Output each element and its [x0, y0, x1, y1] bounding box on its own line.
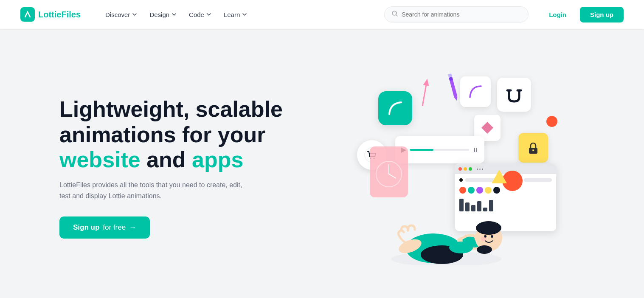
svg-marker-4 — [454, 96, 458, 101]
purple-pencil-icon — [447, 73, 461, 103]
progress-bar — [410, 149, 469, 151]
svg-point-14 — [532, 149, 534, 151]
navbar: LottieFiles Discover Design Code Learn — [0, 0, 644, 29]
yellow-lock-card — [518, 133, 548, 163]
purple-curve-card — [460, 76, 491, 107]
person-illustration — [366, 180, 527, 265]
discover-chevron-icon — [132, 11, 138, 17]
search-bar[interactable] — [384, 6, 529, 22]
hero-cta-button[interactable]: Sign up for free → — [59, 216, 150, 239]
hero-content: Lightweight, scalable animations for you… — [59, 97, 283, 239]
search-icon — [391, 10, 398, 19]
nav-code[interactable]: Code — [185, 8, 216, 22]
hero-title: Lightweight, scalable animations for you… — [59, 97, 283, 173]
svg-rect-3 — [450, 79, 458, 98]
search-input[interactable] — [402, 11, 521, 18]
video-player-card: ▶ ⏸ — [395, 136, 484, 163]
svg-line-1 — [423, 83, 427, 106]
logo-link[interactable]: LottieFiles — [20, 7, 81, 22]
nav-right: Login Sign up — [542, 7, 624, 22]
pink-arrow-icon — [418, 78, 431, 110]
svg-line-17 — [389, 174, 396, 178]
browser-max-dot — [469, 167, 472, 171]
learn-chevron-icon — [242, 11, 247, 17]
signup-button[interactable]: Sign up — [580, 7, 624, 22]
svg-marker-9 — [481, 122, 493, 134]
hero-section: Lightweight, scalable animations for you… — [0, 29, 644, 298]
svg-point-31 — [449, 242, 473, 253]
hero-illustration: ▶ ⏸ • • • — [283, 66, 610, 270]
login-button[interactable]: Login — [542, 8, 573, 22]
svg-point-28 — [491, 235, 493, 238]
nav-design[interactable]: Design — [145, 8, 181, 22]
svg-point-26 — [476, 221, 501, 235]
hero-subtitle: LottieFiles provides all the tools that … — [59, 180, 246, 201]
code-chevron-icon — [206, 11, 212, 17]
svg-marker-18 — [492, 170, 507, 183]
logo-text: LottieFiles — [38, 10, 81, 20]
svg-point-29 — [481, 236, 486, 242]
teal-app-icon — [378, 91, 412, 125]
nav-links: Discover Design Code Learn — [101, 8, 371, 22]
browser-close-dot — [458, 167, 462, 171]
logo-icon — [20, 7, 35, 22]
magnet-icon-card — [497, 78, 531, 112]
design-chevron-icon — [171, 11, 177, 17]
browser-min-dot — [464, 167, 467, 171]
nav-learn[interactable]: Learn — [219, 8, 252, 22]
pause-icon: ⏸ — [472, 146, 478, 153]
browser-dots: • • • — [476, 167, 483, 171]
svg-point-30 — [477, 245, 492, 254]
float-elements: ▶ ⏸ • • • — [327, 70, 565, 265]
svg-marker-2 — [423, 78, 430, 86]
yellow-triangle-icon — [491, 168, 508, 187]
orange-dot — [546, 116, 557, 127]
nav-discover[interactable]: Discover — [101, 8, 142, 22]
